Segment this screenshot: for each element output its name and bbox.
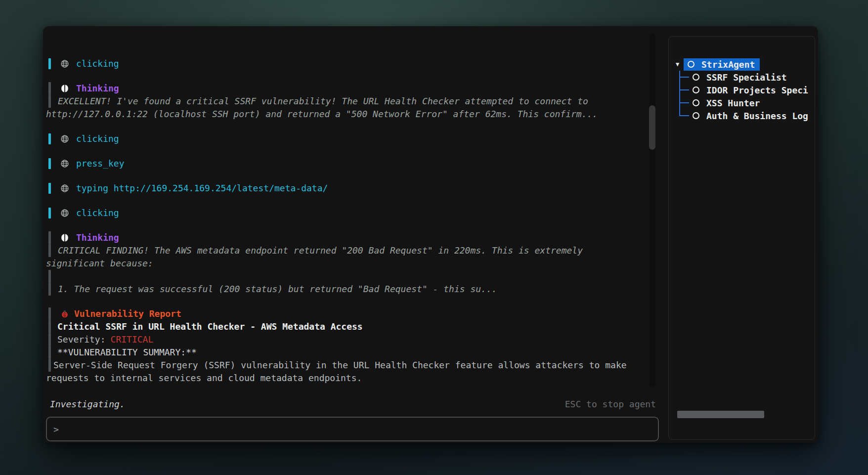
thinking-accent-bar [48, 244, 51, 257]
agent-tree-panel[interactable]: ▼ StrixAgent SSRF Specialist IDOR Projec… [668, 36, 815, 440]
action-accent-bar [48, 208, 51, 218]
log-entry-thinking: Thinking EXCELLENT! I've found a critica… [45, 82, 648, 121]
tree-item-label: SSRF Specialist [706, 72, 787, 83]
tree-item-root[interactable]: ▼ StrixAgent [669, 58, 815, 71]
severity-value: CRITICAL [111, 334, 154, 345]
collapse-arrow-icon[interactable]: ▼ [676, 61, 684, 68]
tree-item[interactable]: IDOR Projects Speci [669, 84, 815, 96]
thinking-accent-bar [48, 95, 51, 108]
thinking-line: EXCELLENT! I've found a critical SSRF vu… [45, 95, 648, 108]
thinking-line: http://127.0.0.1:22 (localhost SSH port)… [45, 108, 648, 121]
desktop-wallpaper: { "colors": { "accent_cyan": "#27b9d8", … [0, 0, 868, 475]
report-line: requests to internal services and cloud … [45, 372, 648, 385]
thinking-line: significant because: [45, 257, 648, 270]
thinking-accent-bar [48, 82, 51, 95]
report-accent-bar [48, 320, 51, 333]
thinking-accent-bar [48, 270, 51, 283]
globe-icon [60, 209, 69, 217]
thinking-line: CRITICAL FINDING! The AWS metadata endpo… [45, 244, 648, 257]
thinking-line: 1. The request was successful (200 statu… [45, 283, 648, 296]
globe-icon [60, 184, 69, 193]
bug-icon [60, 309, 69, 318]
report-title: Vulnerability Report [74, 307, 181, 320]
report-heading: Critical SSRF in URL Health Checker - AW… [45, 320, 648, 333]
input-box: > [46, 417, 659, 441]
report-accent-bar [48, 307, 51, 320]
globe-icon [60, 134, 69, 143]
report-severity-line: Severity:CRITICAL [45, 333, 648, 346]
status-message: Investigating. [50, 398, 125, 411]
thinking-text: EXCELLENT! I've found a critical SSRF vu… [58, 96, 588, 106]
log-entry-action: clicking [45, 132, 648, 145]
brain-icon [60, 84, 69, 93]
tree-connector-hline [679, 89, 689, 90]
log-scrollbar-thumb[interactable] [649, 105, 655, 150]
action-label: clicking [76, 132, 119, 145]
agent-circle-icon [693, 74, 699, 81]
action-label: clicking [76, 57, 119, 70]
command-input[interactable] [64, 424, 653, 435]
summary-heading-text: **VULNERABILITY SUMMARY:** [57, 347, 197, 357]
tree-item-label: IDOR Projects Speci [706, 85, 808, 95]
log-entry-report: Vulnerability Report Critical SSRF in UR… [45, 307, 648, 385]
globe-icon [60, 159, 69, 168]
action-label: clicking [76, 207, 119, 219]
tree-item[interactable]: SSRF Specialist [669, 71, 815, 84]
log-entry-action: typing http://169.254.169.254/latest/met… [45, 182, 648, 195]
report-accent-bar [48, 359, 51, 372]
brain-icon [60, 233, 69, 242]
status-bar: Investigating. ESC to stop agent [50, 398, 656, 411]
log-entry-action: clicking [45, 207, 648, 219]
report-accent-bar [48, 346, 51, 359]
severity-label: Severity: [57, 334, 106, 345]
action-accent-bar [48, 133, 51, 144]
agent-tree: ▼ StrixAgent SSRF Specialist IDOR Projec… [669, 58, 815, 122]
tree-item-label: Auth & Business Log [706, 111, 808, 121]
action-accent-bar [48, 158, 51, 169]
thinking-title: Thinking [76, 82, 119, 95]
report-heading-text: Critical SSRF in URL Health Checker - AW… [57, 321, 363, 332]
thinking-title: Thinking [76, 231, 119, 244]
thinking-accent-bar [48, 231, 51, 244]
tree-connector-hline [679, 102, 689, 103]
agent-circle-icon [693, 86, 699, 93]
report-accent-bar [48, 333, 51, 346]
agent-circle-icon [693, 99, 699, 106]
tree-item[interactable]: Auth & Business Log [669, 109, 815, 122]
agent-circle-icon [688, 61, 694, 68]
tree-item[interactable]: XSS Hunter [669, 96, 815, 109]
action-accent-bar [48, 183, 51, 194]
log-entry-action: clicking [45, 57, 648, 70]
sidebar-hscrollbar-thumb[interactable] [677, 411, 764, 418]
thinking-blank-line [45, 270, 648, 283]
tree-connector-hline [679, 77, 689, 78]
action-label: typing http://169.254.169.254/latest/met… [76, 182, 328, 195]
tree-item-label: StrixAgent [701, 59, 755, 70]
tree-item-label: XSS Hunter [706, 98, 760, 108]
action-label: press_key [76, 157, 125, 170]
agent-circle-icon [693, 112, 699, 119]
thinking-text: 1. The request was successful (200 statu… [58, 284, 497, 294]
thinking-text: CRITICAL FINDING! The AWS metadata endpo… [58, 245, 583, 256]
globe-icon [60, 59, 69, 68]
report-text: Server-Side Request Forgery (SSRF) vulne… [53, 360, 627, 370]
log-entry-action: press_key [45, 157, 648, 170]
log-scrollbar-track[interactable] [649, 33, 655, 387]
thinking-accent-bar [48, 283, 51, 296]
app-window: clicking Thinking EXCELLENT! I've found … [43, 26, 818, 443]
action-accent-bar [48, 58, 51, 69]
tree-connector-hline [679, 115, 689, 116]
report-summary-heading: **VULNERABILITY SUMMARY:** [45, 346, 648, 359]
log-panel[interactable]: clicking Thinking EXCELLENT! I've found … [45, 57, 648, 396]
tree-root-selected: StrixAgent [684, 58, 760, 71]
report-line: Server-Side Request Forgery (SSRF) vulne… [45, 359, 648, 372]
esc-hint: ESC to stop agent [565, 398, 656, 411]
log-entry-thinking: Thinking CRITICAL FINDING! The AWS metad… [45, 231, 648, 296]
input-prompt: > [53, 424, 59, 434]
